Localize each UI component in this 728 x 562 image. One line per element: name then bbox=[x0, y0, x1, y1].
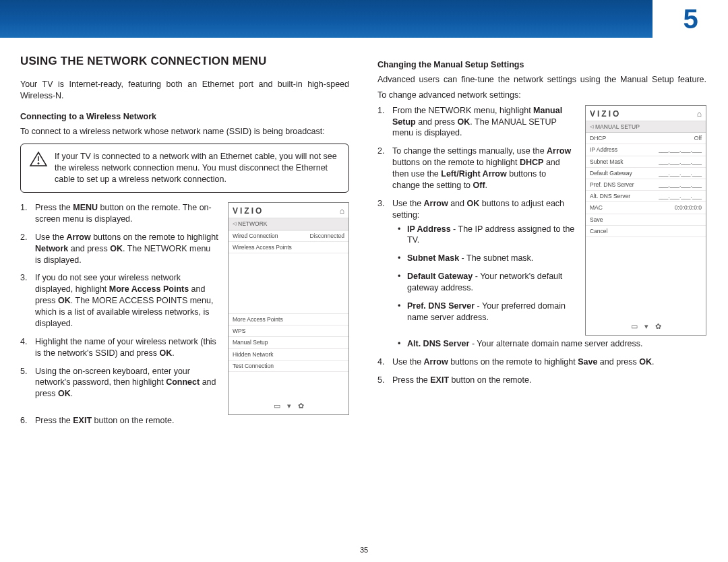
gear-icon: ✿ bbox=[655, 322, 661, 331]
step-1: Press the MENU button on the remote. The… bbox=[20, 202, 218, 225]
row-ip: IP Address___.___.___.___ bbox=[586, 144, 706, 156]
manual-steps: From the NETWORK menu, highlight Manual … bbox=[377, 105, 576, 323]
footer-icons: ▭▾✿ bbox=[229, 398, 348, 414]
subhead-wireless: Connecting to a Wireless Network bbox=[20, 111, 349, 123]
home-icon: ⌂ bbox=[340, 206, 344, 216]
bullet-gateway: Default Gateway - Your network's default… bbox=[398, 271, 576, 294]
bullet-altdns: Alt. DNS Server - Your alternate domain … bbox=[398, 338, 706, 350]
row-test: Test Connection bbox=[229, 361, 348, 372]
wireless-steps: Press the MENU button on the remote. The… bbox=[20, 202, 218, 406]
step-6: Press the EXIT button on the remote. bbox=[20, 415, 349, 427]
row-save: Save bbox=[586, 214, 706, 226]
wide-icon: ▭ bbox=[274, 402, 280, 410]
chapter-number-box: 5 bbox=[653, 0, 728, 38]
wide-icon: ▭ bbox=[631, 322, 638, 331]
bullet-prefdns: Pref. DNS Server - Your preferred domain… bbox=[398, 301, 576, 323]
chevron-down-icon: ▾ bbox=[287, 402, 291, 410]
breadcrumb: ◁MANUAL SETUP bbox=[586, 121, 706, 133]
step-3: If you do not see your wireless network … bbox=[20, 272, 218, 329]
brand-logo: VIZIO bbox=[233, 206, 264, 216]
wireless-intro: To connect to a wireless network whose n… bbox=[20, 126, 349, 137]
warning-box: If your TV is connected to a network wit… bbox=[20, 144, 349, 193]
row-cancel: Cancel bbox=[586, 226, 706, 237]
row-wired: Wired ConnectionDisconnected bbox=[229, 230, 348, 242]
manual-intro: Advanced users can fine-tune the network… bbox=[377, 74, 706, 86]
subhead-manual: Changing the Manual Setup Settings bbox=[377, 59, 706, 71]
svg-point-1 bbox=[38, 163, 39, 164]
chapter-number: 5 bbox=[683, 1, 697, 37]
chevron-down-icon: ▾ bbox=[644, 322, 648, 331]
bullet-subnet: Subnet Mask - The subnet mask. bbox=[398, 253, 576, 264]
home-icon: ⌂ bbox=[697, 109, 702, 119]
bullet-ip: IP Address - The IP address assigned to … bbox=[398, 224, 576, 247]
mstep-3: Use the Arrow and OK buttons to adjust e… bbox=[377, 198, 576, 323]
row-prefdns: Pref. DNS Server___.___.___.___ bbox=[586, 179, 706, 191]
manual-intro2: To change advanced network settings: bbox=[377, 90, 706, 101]
warning-text: If your TV is connected to a network wit… bbox=[55, 151, 340, 185]
row-subnet: Subnet Mask___.___.___.___ bbox=[586, 156, 706, 168]
row-wap: Wireless Access Points bbox=[229, 242, 348, 253]
intro-text: Your TV is Internet-ready, featuring bot… bbox=[20, 79, 349, 102]
chapter-band: 5 bbox=[0, 0, 728, 38]
warning-icon bbox=[29, 151, 48, 167]
network-menu-screenshot: VIZIO⌂ ◁NETWORK Wired ConnectionDisconne… bbox=[228, 202, 349, 415]
breadcrumb: ◁NETWORK bbox=[229, 218, 348, 230]
mstep-4: Use the Arrow buttons on the remote to h… bbox=[377, 356, 706, 368]
main-heading: USING THE NETWORK CONNECTION MENU bbox=[20, 54, 349, 69]
row-gateway: Default Gateway___.___.___.___ bbox=[586, 168, 706, 179]
row-manual: Manual Setup bbox=[229, 337, 348, 348]
step-5: Using the on-screen keyboard, enter your… bbox=[20, 366, 218, 400]
row-wps: WPS bbox=[229, 325, 348, 337]
row-more: More Access Points bbox=[229, 314, 348, 325]
right-column: Changing the Manual Setup Settings Advan… bbox=[377, 54, 706, 433]
row-mac: MAC0:0:0:0:0:0 bbox=[586, 202, 706, 214]
page-number: 35 bbox=[0, 545, 728, 555]
row-altdns: Alt. DNS Server___.___.___.___ bbox=[586, 191, 706, 202]
mstep-1: From the NETWORK menu, highlight Manual … bbox=[377, 105, 576, 139]
footer-icons: ▭▾✿ bbox=[586, 318, 706, 335]
empty-area bbox=[229, 253, 348, 314]
row-hidden: Hidden Network bbox=[229, 349, 348, 361]
row-dhcp: DHCPOff bbox=[586, 133, 706, 144]
step-2: Use the Arrow buttons on the remote to h… bbox=[20, 232, 218, 266]
mstep-5: Press the EXIT button on the remote. bbox=[377, 375, 706, 386]
left-column: USING THE NETWORK CONNECTION MENU Your T… bbox=[20, 54, 349, 433]
brand-logo: VIZIO bbox=[590, 109, 621, 119]
gear-icon: ✿ bbox=[298, 402, 304, 410]
manual-setup-screenshot: VIZIO⌂ ◁MANUAL SETUP DHCPOff IP Address_… bbox=[585, 105, 706, 336]
step-4: Highlight the name of your wireless netw… bbox=[20, 336, 218, 359]
mstep-2: To change the settings manually, use the… bbox=[377, 146, 576, 191]
